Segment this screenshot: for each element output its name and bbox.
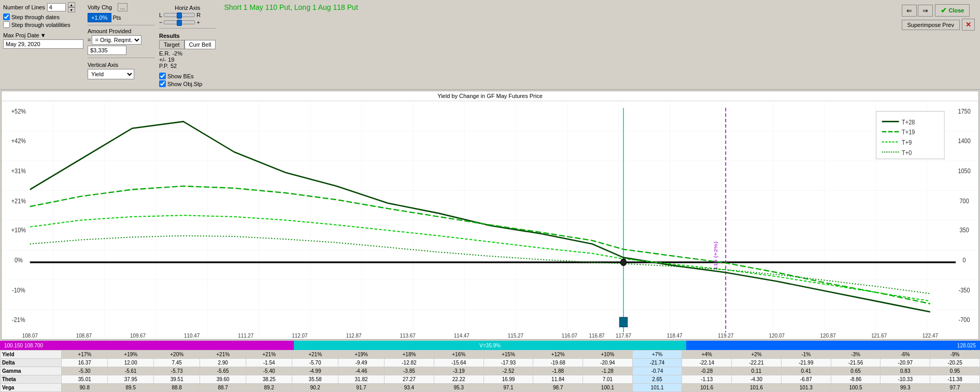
cell-vega-12: 101.1 <box>632 384 682 392</box>
er-label: E.R. <box>159 50 170 57</box>
cell-theta-10: 11.84 <box>533 375 583 384</box>
x-close-button[interactable]: ✕ <box>962 19 975 31</box>
cell-delta-1: 12.00 <box>108 359 154 367</box>
status-mid: V=35.9% <box>479 343 501 348</box>
svg-text:118.47: 118.47 <box>667 332 683 339</box>
cell-theta-3: 39.60 <box>200 375 246 384</box>
plus-minus-label: +/- <box>159 57 166 63</box>
cell-vega-3: 88.7 <box>200 384 246 392</box>
cell-vega-4: 89.2 <box>246 384 292 392</box>
curr-bell-button[interactable]: Curr Bell <box>184 40 216 49</box>
show-bes-label: Show BEs <box>167 73 194 79</box>
table-row: Delta16.3712.007.452.90-1.54-5.70-9.49-1… <box>1 359 980 367</box>
show-bes-checkbox[interactable] <box>159 73 166 79</box>
svg-text:116.87: 116.87 <box>589 332 604 339</box>
target-button[interactable]: Target <box>159 40 184 49</box>
pp-value: 52 <box>171 63 177 69</box>
svg-text:700: 700 <box>959 197 969 205</box>
cell-gamma-13: -0.28 <box>682 367 732 375</box>
status-bar: 100.150 108.700 V=35.9% 128.025 <box>0 341 980 350</box>
horiz-minus-label: − <box>159 19 162 25</box>
horiz-axis-label: Horiz Axis <box>159 5 216 11</box>
cell-delta-7: -12.82 <box>385 359 434 367</box>
step-volatilities-checkbox[interactable] <box>3 21 10 28</box>
cell-vega-1: 89.5 <box>108 384 154 392</box>
close-check-icon: ✔ <box>941 6 947 15</box>
cell-delta-4: -1.54 <box>246 359 292 367</box>
svg-text:+52%: +52% <box>11 107 26 115</box>
cell-gamma-16: 0.65 <box>831 367 880 375</box>
horiz-l-label: L <box>159 12 162 18</box>
forward-button[interactable]: ⇒ <box>918 5 933 17</box>
vert-axis-select[interactable]: Yield <box>88 69 134 79</box>
row-label-gamma: Gamma <box>1 367 62 375</box>
date-field[interactable]: May 29, 2020 <box>3 39 83 49</box>
cell-delta-5: -5.70 <box>292 359 338 367</box>
pts-label: Pts <box>113 15 121 21</box>
cell-vega-9: 97.1 <box>484 384 533 392</box>
close-button[interactable]: ✔ Close <box>935 4 970 17</box>
svg-text:+10%: +10% <box>11 226 26 234</box>
spin-up[interactable]: ▲ <box>68 2 75 7</box>
cell-vega-13: 101.6 <box>682 384 732 392</box>
num-lines-input[interactable] <box>47 3 66 11</box>
svg-text:108.87: 108.87 <box>76 332 92 339</box>
cell-gamma-1: -5.61 <box>108 367 154 375</box>
horiz-pm-slider[interactable] <box>164 20 195 24</box>
step-dates-checkbox[interactable] <box>3 13 10 20</box>
row-label-delta: Delta <box>1 359 62 367</box>
cell-delta-16: -21.56 <box>831 359 880 367</box>
cell-theta-18: -11.38 <box>930 375 980 384</box>
svg-text:119 (+2%): 119 (+2%) <box>713 242 718 270</box>
pct-button[interactable]: +1.0% <box>88 13 111 22</box>
cell-gamma-10: -1.88 <box>533 367 583 375</box>
svg-text:1050: 1050 <box>958 167 971 175</box>
data-table: Yield+17%+19%+20%+21%+21%+21%+19%+18%+16… <box>0 350 980 392</box>
horiz-lr-slider[interactable] <box>164 13 195 17</box>
cell-vega-11: 100.1 <box>583 384 633 392</box>
cell-gamma-3: -5.65 <box>200 367 246 375</box>
cell-yield-17: -6% <box>880 351 930 359</box>
superimpose-button[interactable]: Superimpose Prev <box>902 20 960 30</box>
cell-theta-11: 7.01 <box>583 375 633 384</box>
cell-theta-0: 35.01 <box>62 375 108 384</box>
svg-text:T+0: T+0 <box>902 149 912 157</box>
svg-text:110.47: 110.47 <box>184 332 200 339</box>
volty-chg-label: Volty Chg <box>88 4 116 10</box>
plus-minus-value: 19 <box>168 57 174 63</box>
cell-vega-16: 100.5 <box>831 384 880 392</box>
cell-theta-12: 2.65 <box>632 375 682 384</box>
svg-text:+31%: +31% <box>11 167 26 175</box>
amount-input[interactable] <box>88 46 126 55</box>
cell-theta-9: 16.99 <box>484 375 533 384</box>
orig-reqmt-select[interactable]: = Orig. Reqmt. <box>92 35 141 45</box>
svg-text:-10%: -10% <box>12 286 25 294</box>
show-obj-stp-label: Show Obj.Stp <box>167 81 202 87</box>
cell-yield-15: -1% <box>781 351 831 359</box>
cell-vega-17: 99.3 <box>880 384 930 392</box>
cell-delta-0: 16.37 <box>62 359 108 367</box>
svg-text:1750: 1750 <box>958 107 971 115</box>
horiz-r-label: R <box>196 12 201 18</box>
volty-dots-button[interactable]: ... <box>118 3 127 11</box>
svg-text:1400: 1400 <box>958 137 971 145</box>
cell-yield-16: -3% <box>831 351 880 359</box>
svg-text:114.47: 114.47 <box>454 332 470 339</box>
num-lines-spinner[interactable]: ▲ ▼ <box>68 2 75 12</box>
chart-svg: +52% +42% +31% +21% +10% 0% -10% -21% 17… <box>2 101 978 339</box>
spin-down[interactable]: ▼ <box>68 7 75 12</box>
vert-axis-label: Vertical Axis <box>88 62 155 68</box>
cell-delta-9: -17.93 <box>484 359 533 367</box>
max-proj-date-label[interactable]: Max Proj Date ▼ <box>3 32 46 38</box>
back-button[interactable]: ⇐ <box>902 5 917 17</box>
svg-text:-350: -350 <box>959 286 970 294</box>
show-obj-stp-checkbox[interactable] <box>159 80 166 87</box>
cell-yield-10: +12% <box>533 351 583 359</box>
svg-text:+21%: +21% <box>11 197 26 205</box>
svg-text:121.67: 121.67 <box>871 332 887 339</box>
cell-gamma-17: 0.83 <box>880 367 930 375</box>
svg-text:109.67: 109.67 <box>130 332 146 339</box>
cell-theta-5: 35.58 <box>292 375 338 384</box>
cell-yield-13: +4% <box>682 351 732 359</box>
svg-text:122.47: 122.47 <box>922 332 938 339</box>
